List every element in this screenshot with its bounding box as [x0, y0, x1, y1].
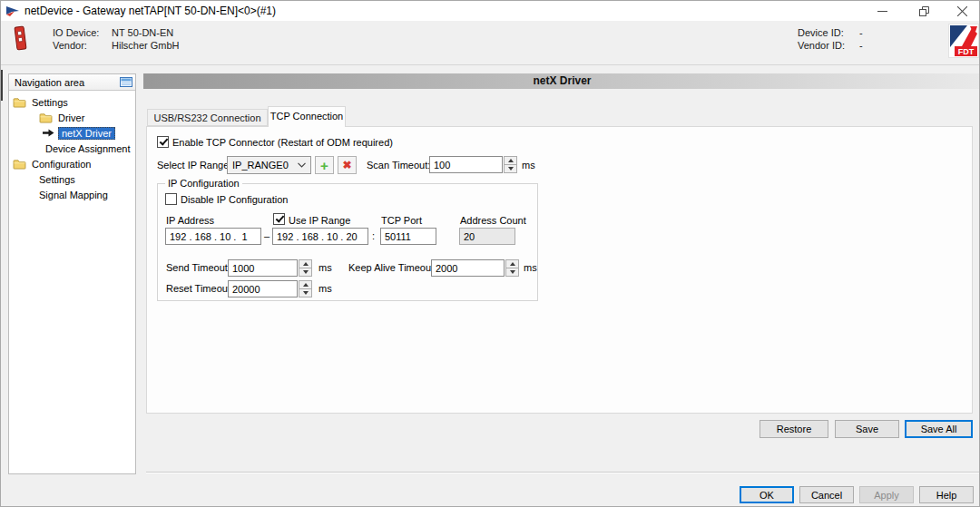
port-colon: :	[372, 230, 375, 241]
tcp-port-label: TCP Port	[381, 215, 422, 226]
use-ip-range-label: Use IP Range	[289, 215, 350, 226]
tab-tcp-connection[interactable]: TCP Connection	[268, 106, 346, 127]
reset-timeout-stepper	[299, 280, 312, 297]
folder-icon	[13, 159, 26, 170]
keep-alive-timeout-input[interactable]	[431, 259, 505, 277]
apply-button: Apply	[859, 486, 914, 503]
enable-tcp-connector-label: Enable TCP Connector (Restart of ODM req…	[172, 137, 393, 148]
ip-configuration-group: IP Configuration Disable IP Configuratio…	[157, 183, 538, 301]
app-flag-icon	[6, 5, 20, 19]
send-timeout-input[interactable]	[228, 259, 298, 277]
chevron-down-icon	[298, 162, 306, 168]
sidebar-item-label: Settings	[30, 97, 70, 108]
folder-icon	[39, 112, 53, 123]
keep-alive-timeout-stepper	[505, 259, 519, 277]
sidebar-item-signal-mapping[interactable]: Signal Mapping	[37, 187, 110, 202]
ip-range-selected-value: IP_RANGE0	[232, 160, 289, 171]
help-button[interactable]: Help	[919, 486, 974, 503]
scan-timeout-unit: ms	[522, 160, 535, 171]
ok-button[interactable]: OK	[740, 486, 794, 503]
ip-range-select[interactable]: IP_RANGE0	[227, 156, 311, 174]
tab-usb-rs232-connection[interactable]: USB/RS232 Connection	[147, 109, 268, 126]
footer-separator	[146, 472, 980, 473]
restore-button[interactable]: Restore	[760, 420, 828, 438]
vendor-label: Vendor:	[53, 40, 87, 51]
scan-timeout-label: Scan Timeout:	[367, 160, 430, 171]
ip-address-start-input[interactable]	[165, 228, 261, 245]
spin-up-icon[interactable]	[505, 157, 516, 165]
panel-edge-mark	[1, 70, 3, 101]
send-timeout-stepper	[299, 259, 312, 277]
close-icon[interactable]	[943, 1, 980, 21]
sidebar-item-settings-2[interactable]: Settings	[37, 171, 77, 187]
spin-up-icon[interactable]	[299, 260, 311, 268]
add-ip-range-button[interactable]: +	[315, 156, 334, 174]
delete-x-icon: ✖	[342, 160, 351, 171]
disable-ip-configuration-label: Disable IP Configuration	[181, 194, 288, 205]
window-title: netDevice - Gateway netTAP[NT 50-DN-EN]<…	[24, 5, 276, 17]
page-title: netX Driver	[143, 73, 980, 89]
fdt-logo-text: FDT	[958, 47, 975, 56]
sidebar-item-label: Settings	[37, 174, 77, 185]
spin-down-icon[interactable]	[299, 289, 311, 297]
tcp-connection-panel: Enable TCP Connector (Restart of ODM req…	[146, 126, 973, 414]
current-item-arrow-icon	[43, 129, 54, 137]
spin-down-icon[interactable]	[505, 165, 516, 172]
delete-ip-range-button[interactable]: ✖	[338, 156, 357, 174]
device-icon	[13, 24, 28, 54]
sidebar-item-label: netX Driver	[58, 127, 115, 140]
save-button[interactable]: Save	[835, 420, 899, 438]
spin-down-icon[interactable]	[299, 268, 311, 276]
io-device-value: NT 50-DN-EN	[112, 27, 173, 38]
folder-icon	[13, 97, 26, 108]
sidebar-item-netx-driver[interactable]: netX Driver	[43, 125, 115, 141]
sidebar-item-driver[interactable]: Driver	[39, 110, 86, 125]
ip-address-end-input[interactable]	[272, 228, 368, 245]
collapse-panel-icon[interactable]	[120, 77, 132, 87]
netdevice-window: netDevice - Gateway netTAP[NT 50-DN-EN]<…	[0, 0, 980, 507]
scan-timeout-input[interactable]	[429, 156, 503, 173]
address-count-field	[459, 228, 515, 245]
tcp-port-input[interactable]	[380, 228, 436, 245]
navigation-title: Navigation area	[15, 77, 84, 88]
scan-timeout-stepper	[504, 156, 517, 173]
device-header: IO Device: NT 50-DN-EN Vendor: Hilscher …	[1, 21, 979, 65]
sidebar-item-label: Configuration	[30, 159, 93, 170]
vendor-id-value: -	[859, 40, 863, 51]
sidebar-item-label: Signal Mapping	[37, 190, 110, 200]
maximize-restore-icon[interactable]	[905, 1, 943, 21]
address-count-label: Address Count	[460, 215, 526, 226]
title-bar: netDevice - Gateway netTAP[NT 50-DN-EN]<…	[1, 1, 979, 21]
cancel-button[interactable]: Cancel	[799, 486, 854, 503]
select-ip-range-label: Select IP Range:	[157, 160, 231, 171]
ip-address-label: IP Address	[166, 215, 214, 226]
keep-alive-timeout-unit: ms	[524, 262, 537, 273]
reset-timeout-label: Reset Timeout:	[166, 283, 233, 294]
io-device-label: IO Device:	[53, 27, 99, 38]
reset-timeout-input[interactable]	[228, 280, 298, 297]
send-timeout-unit: ms	[318, 262, 332, 273]
send-timeout-label: Send Timeout:	[166, 262, 230, 273]
sidebar-item-configuration[interactable]: Configuration	[13, 156, 93, 171]
vendor-id-label: Vendor ID:	[798, 40, 845, 51]
vendor-value: Hilscher GmbH	[112, 40, 180, 51]
spin-up-icon[interactable]	[506, 260, 518, 268]
navigation-panel: Navigation area Settings Driver	[8, 73, 136, 474]
device-id-value: -	[859, 27, 863, 38]
sidebar-item-label: Driver	[56, 112, 86, 123]
use-ip-range-checkbox[interactable]	[273, 213, 285, 225]
navigation-header: Navigation area	[9, 74, 135, 91]
spin-up-icon[interactable]	[299, 281, 311, 289]
plus-icon: +	[320, 159, 328, 172]
ip-configuration-title: IP Configuration	[165, 178, 242, 189]
disable-ip-configuration-checkbox[interactable]	[165, 193, 177, 205]
sidebar-item-device-assignment[interactable]: Device Assignment	[44, 141, 132, 156]
save-all-button[interactable]: Save All	[905, 420, 973, 438]
fdt-logo: FDT	[948, 24, 979, 60]
minimize-icon[interactable]	[863, 1, 901, 21]
enable-tcp-connector-checkbox[interactable]	[157, 136, 169, 148]
device-id-label: Device ID:	[798, 27, 844, 38]
spin-down-icon[interactable]	[506, 268, 518, 276]
sidebar-item-settings[interactable]: Settings	[13, 94, 70, 110]
sidebar-item-label: Device Assignment	[44, 143, 132, 154]
